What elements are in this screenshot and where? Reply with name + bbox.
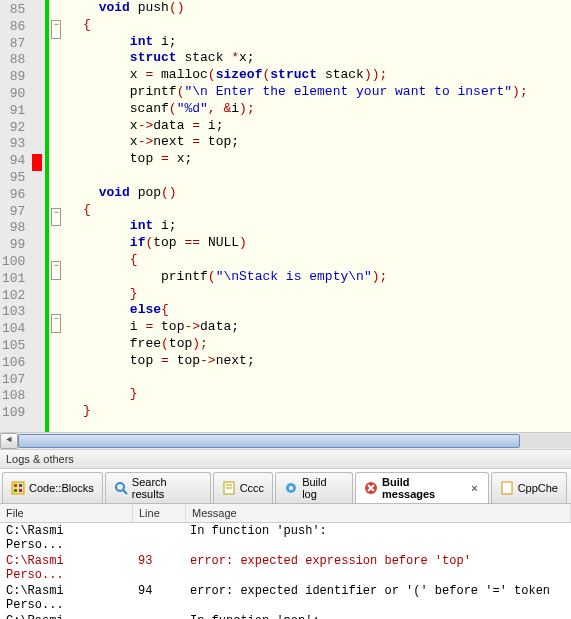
horizontal-scrollbar[interactable]: ◄ [0,432,571,449]
message-row[interactable]: C:\Rasmi Perso...In function 'pop': [0,613,571,619]
tab-build-log[interactable]: Build log [275,472,353,503]
code-line[interactable]: } [67,403,571,420]
code-line[interactable]: x = malloc(sizeof(struct stack)); [67,67,571,84]
marker-column [31,0,45,432]
svg-rect-15 [502,482,512,494]
svg-rect-3 [14,489,17,492]
build-messages-panel: File Line Message C:\Rasmi Perso...In fu… [0,504,571,619]
code-line[interactable]: printf("\n Enter the element your want t… [67,84,571,101]
tab-label: Build log [302,476,344,500]
tab-search-results[interactable]: Search results [105,472,211,503]
scroll-left-arrow[interactable]: ◄ [0,433,18,449]
svg-point-11 [289,486,293,490]
message-row[interactable]: C:\Rasmi Perso...94error: expected ident… [0,583,571,613]
code-line[interactable]: { [67,202,571,219]
close-icon[interactable]: × [469,482,479,494]
code-line[interactable]: free(top); [67,336,571,353]
tab-cccc[interactable]: Cccc [213,472,273,503]
scroll-thumb[interactable] [18,434,520,448]
logs-tabs: Code::Blocks Search results Cccc Build l… [0,469,571,504]
tab-label: Cccc [240,482,264,494]
search-icon [114,481,128,495]
svg-line-6 [123,490,127,494]
code-line[interactable]: { [67,252,571,269]
svg-rect-1 [14,484,17,487]
code-line[interactable]: } [67,286,571,303]
messages-header-row[interactable]: File Line Message [0,504,571,523]
codeblocks-icon [11,481,25,495]
svg-rect-2 [19,484,22,487]
code-line[interactable]: top = top->next; [67,353,571,370]
code-line[interactable]: void push() [67,0,571,17]
tab-codeblocks[interactable]: Code::Blocks [2,472,103,503]
code-line[interactable] [67,370,571,387]
tab-label: CppChe [518,482,558,494]
code-editor[interactable]: 8586878889909192939495969798991001011021… [0,0,571,432]
error-icon [364,481,378,495]
svg-rect-0 [12,482,24,494]
col-header-line[interactable]: Line [133,504,186,522]
svg-rect-4 [19,489,22,492]
fold-column[interactable]: −−−− [49,0,63,432]
code-area[interactable]: void push() { int i; struct stack *x; x … [63,0,571,432]
tab-build-messages[interactable]: Build messages × [355,472,489,503]
col-header-file[interactable]: File [0,504,133,522]
tab-label: Build messages [382,476,465,500]
code-line[interactable]: x->next = top; [67,134,571,151]
message-row[interactable]: C:\Rasmi Perso...93error: expected expre… [0,553,571,583]
code-line[interactable]: scanf("%d", &i); [67,101,571,118]
code-line[interactable]: top = x; [67,151,571,168]
scroll-track[interactable] [18,434,571,448]
message-row[interactable]: C:\Rasmi Perso...In function 'push': [0,523,571,553]
line-number-gutter: 8586878889909192939495969798991001011021… [0,0,31,432]
doc-icon [500,481,514,495]
code-line[interactable]: else{ [67,302,571,319]
tab-label: Search results [132,476,202,500]
gear-icon [284,481,298,495]
code-line[interactable]: if(top == NULL) [67,235,571,252]
logs-panel-header[interactable]: Logs & others [0,449,571,469]
col-header-message[interactable]: Message [186,504,571,522]
code-line[interactable]: i = top->data; [67,319,571,336]
svg-point-5 [116,483,124,491]
code-line[interactable]: int i; [67,34,571,51]
code-line[interactable]: { [67,17,571,34]
code-line[interactable]: struct stack *x; [67,50,571,67]
doc-icon [222,481,236,495]
code-line[interactable]: int i; [67,218,571,235]
tab-label: Code::Blocks [29,482,94,494]
code-line[interactable]: x->data = i; [67,118,571,135]
tab-cppcheck[interactable]: CppChe [491,472,567,503]
code-line[interactable]: } [67,386,571,403]
code-line[interactable] [67,168,571,185]
code-line[interactable]: printf("\nStack is empty\n"); [67,269,571,286]
code-line[interactable]: void pop() [67,185,571,202]
